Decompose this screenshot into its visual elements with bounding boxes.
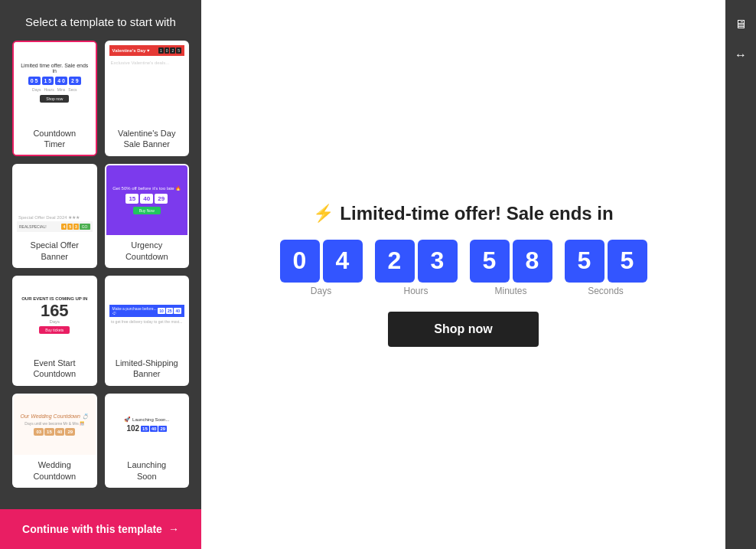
continue-arrow: → [168, 523, 179, 535]
seconds-digits: 5 5 [565, 240, 647, 283]
template-card-special-offer[interactable]: Special Offer Deal 2024 ★★★ REALSPECIAL!… [12, 164, 97, 269]
template-preview-valentines: Valentine's Day ♥ 1 0 2 5 Exclusive Vale… [106, 42, 188, 123]
preview-headline: ⚡ Limited-time offer! Sale ends in [313, 203, 613, 224]
days-digits: 0 4 [280, 240, 363, 283]
resize-icon[interactable]: ↔ [728, 43, 753, 67]
minutes-unit: 5 8 Minutes [470, 240, 552, 296]
countdown-display: 0 4 Days 2 3 Hours 5 8 Minutes [280, 240, 647, 296]
minutes-digit-0: 5 [470, 240, 510, 283]
sidebar: Select a template to start with Limited … [0, 0, 201, 549]
days-unit: 0 4 Days [280, 240, 363, 296]
template-label-urgency: UrgencyCountdown [106, 235, 188, 266]
days-label: Days [311, 286, 331, 296]
template-label-countdown-timer: CountdownTimer [14, 123, 96, 155]
template-label-valentines: Valentine's DaySale Banner [106, 123, 188, 155]
hours-digits: 2 3 [375, 240, 458, 283]
continue-label: Continue with this template [22, 523, 162, 535]
template-card-urgency[interactable]: Get 50% off before it's too late 🔥 15 40… [105, 164, 190, 269]
continue-button[interactable]: Continue with this template → [0, 509, 201, 549]
template-preview-launch: 🚀 Launching Soon... 102 15 40 29 [106, 395, 188, 456]
template-label-launch: LaunchingSoon [106, 455, 188, 486]
hours-digit-1: 3 [418, 240, 458, 283]
monitor-icon[interactable]: 🖥 [728, 12, 753, 37]
template-preview-wedding: Our Wedding Countdown 💍 Days until we be… [14, 395, 96, 456]
hours-label: Hours [403, 286, 428, 296]
template-card-countdown-timer[interactable]: Limited time offer. Sale ends in 0 5 1 5… [12, 41, 97, 156]
lightning-icon: ⚡ [313, 204, 334, 224]
template-preview-countdown: Limited time offer. Sale ends in 0 5 1 5… [14, 42, 96, 123]
seconds-label: Seconds [588, 286, 624, 296]
preview-text: Limited time offer. Sale ends in [18, 63, 91, 74]
preview-content: ⚡ Limited-time offer! Sale ends in 0 4 D… [280, 203, 647, 347]
hours-digit-0: 2 [375, 240, 415, 283]
template-label-wedding: WeddingCountdown [14, 455, 96, 486]
seconds-unit: 5 5 Seconds [565, 240, 647, 296]
seconds-digit-1: 5 [608, 240, 647, 283]
sidebar-header: Select a template to start with [0, 0, 201, 41]
template-preview-special: Special Offer Deal 2024 ★★★ REALSPECIAL!… [14, 165, 96, 236]
template-label-special-offer: Special OfferBanner [14, 235, 96, 266]
minutes-label: Minutes [494, 286, 526, 296]
template-card-event[interactable]: OUR EVENT IS COMING UP IN 165 Days Buy t… [12, 276, 97, 386]
minutes-digit-1: 8 [513, 240, 552, 283]
days-digit-0: 0 [280, 240, 320, 283]
templates-grid: Limited time offer. Sale ends in 0 5 1 5… [0, 41, 201, 549]
minutes-digits: 5 8 [470, 240, 552, 283]
template-card-valentines[interactable]: Valentine's Day ♥ 1 0 2 5 Exclusive Vale… [105, 41, 190, 156]
shop-now-button[interactable]: Shop now [388, 312, 538, 347]
template-card-shipping[interactable]: Make a purchase before... ⏱ 10 25 40 to … [105, 276, 190, 386]
right-panel: 🖥 ↔ [725, 0, 756, 549]
template-label-shipping: Limited-ShippingBanner [106, 353, 188, 384]
template-label-event: Event StartCountdown [14, 353, 96, 384]
template-preview-shipping: Make a purchase before... ⏱ 10 25 40 to … [106, 277, 188, 353]
template-preview-urgency: Get 50% off before it's too late 🔥 15 40… [106, 165, 188, 236]
template-card-launch[interactable]: 🚀 Launching Soon... 102 15 40 29 Launchi… [105, 394, 190, 489]
headline-text: Limited-time offer! Sale ends in [340, 203, 613, 224]
template-preview-event: OUR EVENT IS COMING UP IN 165 Days Buy t… [14, 277, 96, 353]
preview-digits: 0 5 1 5 4 0 2 9 [28, 77, 81, 85]
hours-unit: 2 3 Hours [375, 240, 458, 296]
template-card-wedding[interactable]: Our Wedding Countdown 💍 Days until we be… [12, 394, 97, 489]
days-digit-1: 4 [323, 240, 363, 283]
main-preview-area: ⚡ Limited-time offer! Sale ends in 0 4 D… [201, 0, 725, 549]
seconds-digit-0: 5 [565, 240, 604, 283]
